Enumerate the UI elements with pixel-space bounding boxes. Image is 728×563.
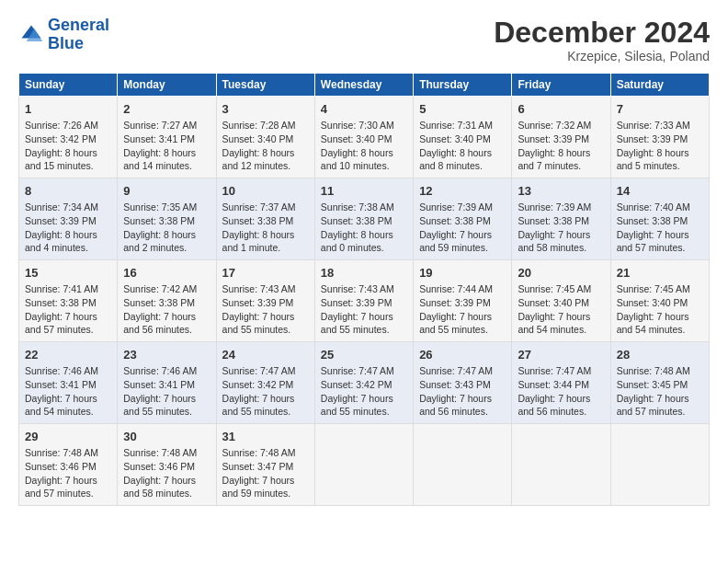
day-number: 5 xyxy=(419,101,506,118)
daylight: Daylight: 8 hours and 14 minutes. xyxy=(123,147,196,172)
daylight: Daylight: 7 hours and 55 minutes. xyxy=(419,311,492,336)
table-row: 2Sunrise: 7:27 AMSunset: 3:41 PMDaylight… xyxy=(118,97,216,178)
table-row: 19Sunrise: 7:44 AMSunset: 3:39 PMDayligh… xyxy=(414,260,512,342)
table-row: 31Sunrise: 7:48 AMSunset: 3:47 PMDayligh… xyxy=(216,423,314,505)
daylight: Daylight: 7 hours and 54 minutes. xyxy=(518,311,590,336)
sunrise: Sunrise: 7:46 AM xyxy=(123,365,197,376)
table-row: 9Sunrise: 7:35 AMSunset: 3:38 PMDaylight… xyxy=(118,178,216,260)
table-row: 10Sunrise: 7:37 AMSunset: 3:38 PMDayligh… xyxy=(216,178,314,260)
logo-icon xyxy=(18,22,44,48)
sunset: Sunset: 3:38 PM xyxy=(617,215,688,226)
main-title: December 2024 xyxy=(494,17,710,49)
sunrise: Sunrise: 7:47 AM xyxy=(321,365,394,376)
daylight: Daylight: 7 hours and 58 minutes. xyxy=(518,229,590,254)
day-number: 9 xyxy=(123,183,210,200)
sunrise: Sunrise: 7:44 AM xyxy=(419,283,493,294)
sunset: Sunset: 3:42 PM xyxy=(222,379,294,390)
table-row xyxy=(512,423,610,505)
table-row: 21Sunrise: 7:45 AMSunset: 3:40 PMDayligh… xyxy=(610,260,709,342)
sunrise: Sunrise: 7:39 AM xyxy=(419,201,493,213)
sunset: Sunset: 3:38 PM xyxy=(321,215,392,226)
day-number: 2 xyxy=(123,101,210,118)
day-number: 13 xyxy=(518,183,604,200)
sunrise: Sunrise: 7:31 AM xyxy=(419,120,493,131)
table-row: 18Sunrise: 7:43 AMSunset: 3:39 PMDayligh… xyxy=(314,260,413,342)
sunset: Sunset: 3:41 PM xyxy=(123,133,195,144)
sunrise: Sunrise: 7:27 AM xyxy=(123,120,197,131)
table-row: 29Sunrise: 7:48 AMSunset: 3:46 PMDayligh… xyxy=(19,423,118,505)
day-number: 27 xyxy=(518,347,604,363)
col-wednesday: Wednesday xyxy=(314,74,413,97)
table-row: 12Sunrise: 7:39 AMSunset: 3:38 PMDayligh… xyxy=(414,178,512,260)
sunrise: Sunrise: 7:48 AM xyxy=(25,447,98,458)
sunrise: Sunrise: 7:38 AM xyxy=(321,201,394,213)
sunrise: Sunrise: 7:32 AM xyxy=(518,120,591,131)
day-number: 21 xyxy=(617,265,703,282)
day-number: 17 xyxy=(222,265,309,282)
daylight: Daylight: 7 hours and 59 minutes. xyxy=(419,229,492,254)
daylight: Daylight: 7 hours and 57 minutes. xyxy=(617,393,689,418)
sunset: Sunset: 3:39 PM xyxy=(321,297,392,308)
daylight: Daylight: 7 hours and 56 minutes. xyxy=(123,311,196,336)
daylight: Daylight: 7 hours and 57 minutes. xyxy=(25,475,97,500)
table-row: 3Sunrise: 7:28 AMSunset: 3:40 PMDaylight… xyxy=(216,97,314,178)
daylight: Daylight: 7 hours and 55 minutes. xyxy=(222,311,295,336)
sunset: Sunset: 3:38 PM xyxy=(518,215,589,226)
sunset: Sunset: 3:39 PM xyxy=(25,215,97,226)
sunrise: Sunrise: 7:48 AM xyxy=(617,365,690,376)
daylight: Daylight: 8 hours and 1 minute. xyxy=(222,229,295,254)
calendar-row: 22Sunrise: 7:46 AMSunset: 3:41 PMDayligh… xyxy=(19,342,710,424)
sunset: Sunset: 3:44 PM xyxy=(518,379,589,390)
sunrise: Sunrise: 7:42 AM xyxy=(123,283,197,294)
table-row: 23Sunrise: 7:46 AMSunset: 3:41 PMDayligh… xyxy=(118,342,216,424)
sunset: Sunset: 3:40 PM xyxy=(419,133,491,144)
table-row: 11Sunrise: 7:38 AMSunset: 3:38 PMDayligh… xyxy=(314,178,413,260)
sunset: Sunset: 3:39 PM xyxy=(518,133,589,144)
sunset: Sunset: 3:40 PM xyxy=(617,297,688,308)
table-row: 17Sunrise: 7:43 AMSunset: 3:39 PMDayligh… xyxy=(216,260,314,342)
table-row: 25Sunrise: 7:47 AMSunset: 3:42 PMDayligh… xyxy=(314,342,413,424)
sunrise: Sunrise: 7:40 AM xyxy=(617,201,690,213)
day-number: 10 xyxy=(222,183,309,200)
day-number: 7 xyxy=(617,101,703,118)
sunrise: Sunrise: 7:46 AM xyxy=(25,365,98,376)
day-number: 14 xyxy=(617,183,703,200)
sunrise: Sunrise: 7:48 AM xyxy=(123,447,197,458)
sunset: Sunset: 3:38 PM xyxy=(25,297,97,308)
table-row xyxy=(314,423,413,505)
daylight: Daylight: 7 hours and 54 minutes. xyxy=(617,311,689,336)
sunset: Sunset: 3:38 PM xyxy=(222,215,294,226)
day-number: 3 xyxy=(222,101,309,118)
calendar-table: Sunday Monday Tuesday Wednesday Thursday… xyxy=(18,73,710,506)
table-row: 24Sunrise: 7:47 AMSunset: 3:42 PMDayligh… xyxy=(216,342,314,424)
daylight: Daylight: 8 hours and 15 minutes. xyxy=(25,147,97,172)
daylight: Daylight: 8 hours and 2 minutes. xyxy=(123,229,196,254)
daylight: Daylight: 8 hours and 0 minutes. xyxy=(321,229,393,254)
daylight: Daylight: 7 hours and 55 minutes. xyxy=(123,393,196,418)
sunrise: Sunrise: 7:41 AM xyxy=(25,283,98,294)
table-row: 27Sunrise: 7:47 AMSunset: 3:44 PMDayligh… xyxy=(512,342,610,424)
calendar-body: 1Sunrise: 7:26 AMSunset: 3:42 PMDaylight… xyxy=(19,97,710,506)
sunrise: Sunrise: 7:45 AM xyxy=(617,283,690,294)
sunset: Sunset: 3:42 PM xyxy=(321,379,392,390)
table-row: 15Sunrise: 7:41 AMSunset: 3:38 PMDayligh… xyxy=(19,260,118,342)
day-number: 31 xyxy=(222,429,309,445)
daylight: Daylight: 7 hours and 55 minutes. xyxy=(321,393,393,418)
table-row: 4Sunrise: 7:30 AMSunset: 3:40 PMDaylight… xyxy=(314,97,413,178)
table-row: 14Sunrise: 7:40 AMSunset: 3:38 PMDayligh… xyxy=(610,178,709,260)
sunrise: Sunrise: 7:43 AM xyxy=(321,283,394,294)
day-number: 29 xyxy=(25,429,111,445)
daylight: Daylight: 7 hours and 57 minutes. xyxy=(617,229,689,254)
table-row: 13Sunrise: 7:39 AMSunset: 3:38 PMDayligh… xyxy=(512,178,610,260)
daylight: Daylight: 8 hours and 7 minutes. xyxy=(518,147,590,172)
day-number: 20 xyxy=(518,265,604,282)
sunrise: Sunrise: 7:35 AM xyxy=(123,201,197,213)
table-row: 6Sunrise: 7:32 AMSunset: 3:39 PMDaylight… xyxy=(512,97,610,178)
col-sunday: Sunday xyxy=(19,74,118,97)
col-tuesday: Tuesday xyxy=(216,74,314,97)
table-row: 28Sunrise: 7:48 AMSunset: 3:45 PMDayligh… xyxy=(610,342,709,424)
sunset: Sunset: 3:38 PM xyxy=(123,215,195,226)
daylight: Daylight: 7 hours and 59 minutes. xyxy=(222,475,295,500)
table-row: 7Sunrise: 7:33 AMSunset: 3:39 PMDaylight… xyxy=(610,97,709,178)
day-number: 23 xyxy=(123,347,210,363)
